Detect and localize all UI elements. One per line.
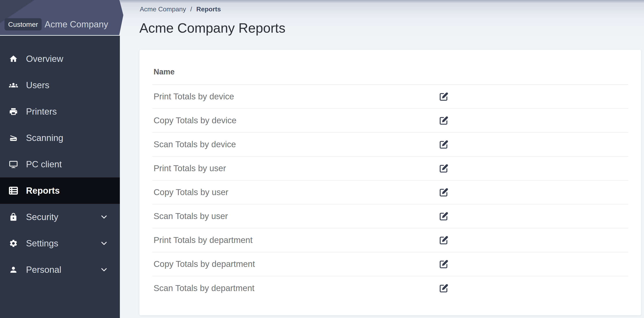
edit-report-button[interactable] [440,260,448,269]
edit-report-button[interactable] [440,212,448,221]
edit-pen-square-icon [440,116,448,125]
sidebar-item-label: Overview [26,54,63,64]
edit-pen-square-icon [440,212,448,221]
users-group-icon [9,81,18,90]
sidebar-item-label: Printers [26,107,57,117]
table-row: Copy Totals by user [152,180,628,204]
sidebar-item-label: Reports [26,185,60,196]
person-icon [9,265,18,274]
customer-name: Acme Company [44,19,108,29]
sidebar-item-settings[interactable]: Settings [0,230,120,257]
sidebar-item-printers[interactable]: Printers [0,98,120,125]
edit-report-button[interactable] [440,284,448,293]
table-row: Print Totals by department [152,228,628,252]
sidebar-menu: OverviewUsersPrintersScanningPC clientRe… [0,36,120,283]
report-list-icon [9,186,18,195]
table-row: Print Totals by device [152,85,628,109]
breadcrumb-current: Reports [196,5,221,13]
report-name: Print Totals by user [152,163,226,173]
table-row: Copy Totals by device [152,109,628,133]
reports-table-body: Print Totals by deviceCopy Totals by dev… [139,85,641,300]
sidebar-item-overview[interactable]: Overview [0,46,120,72]
table-row: Copy Totals by department [152,252,628,276]
page-title: Acme Company Reports [139,20,286,36]
sidebar-item-label: Scanning [26,133,63,143]
lock-icon [9,213,18,221]
customer-banner: Customer Acme Company [0,0,123,35]
table-row: Print Totals by user [152,157,628,180]
main-content: Acme Company / Reports Acme Company Repo… [120,0,644,318]
sidebar-item-users[interactable]: Users [0,72,120,98]
home-icon [9,54,18,63]
report-name: Print Totals by device [152,92,234,101]
sidebar-item-security[interactable]: Security [0,204,120,230]
report-name: Scan Totals by user [152,211,228,221]
sidebar-item-scanning[interactable]: Scanning [0,125,120,151]
edit-report-button[interactable] [440,188,448,197]
report-name: Copy Totals by user [152,187,228,197]
customer-badge: Customer [4,18,42,30]
sidebar-item-label: PC client [26,159,62,169]
edit-pen-square-icon [440,236,448,245]
edit-pen-square-icon [440,140,448,149]
report-name: Copy Totals by device [152,116,236,125]
sidebar: OverviewUsersPrintersScanningPC clientRe… [0,35,120,318]
table-row: Scan Totals by department [152,276,628,300]
report-name: Scan Totals by department [152,283,254,293]
desktop-icon [9,160,18,169]
edit-report-button[interactable] [440,236,448,245]
chevron-down-icon[interactable] [100,213,108,221]
table-header-row: Name [152,50,628,85]
sidebar-item-pc-client[interactable]: PC client [0,151,120,177]
table-row: Scan Totals by user [152,204,628,228]
printer-icon [9,107,18,116]
sidebar-item-label: Security [26,212,58,222]
sidebar-item-label: Personal [26,265,61,275]
scanner-icon [9,134,18,142]
table-row: Scan Totals by device [152,133,628,157]
breadcrumb-parent-link[interactable]: Acme Company [140,5,186,13]
report-name: Copy Totals by department [152,259,255,269]
report-name: Print Totals by department [152,235,252,245]
chevron-down-icon[interactable] [100,239,108,248]
sidebar-item-reports[interactable]: Reports [0,177,120,204]
edit-pen-square-icon [440,164,448,173]
report-name: Scan Totals by device [152,140,236,149]
gear-icon [9,239,18,248]
edit-pen-square-icon [440,188,448,197]
breadcrumb-separator: / [190,5,192,13]
reports-card: Name Print Totals by deviceCopy Totals b… [139,50,641,315]
edit-pen-square-icon [440,92,448,101]
sidebar-item-personal[interactable]: Personal [0,257,120,283]
sidebar-item-label: Settings [26,238,58,248]
edit-report-button[interactable] [440,164,448,173]
column-header-name: Name [152,68,175,84]
edit-report-button[interactable] [440,92,448,101]
sidebar-item-label: Users [26,80,49,90]
chevron-down-icon[interactable] [100,265,108,274]
edit-pen-square-icon [440,260,448,269]
edit-report-button[interactable] [440,140,448,149]
breadcrumb: Acme Company / Reports [140,5,221,13]
app-root: Acme Company / Reports Acme Company Repo… [0,0,644,318]
edit-report-button[interactable] [440,116,448,125]
edit-pen-square-icon [440,284,448,293]
